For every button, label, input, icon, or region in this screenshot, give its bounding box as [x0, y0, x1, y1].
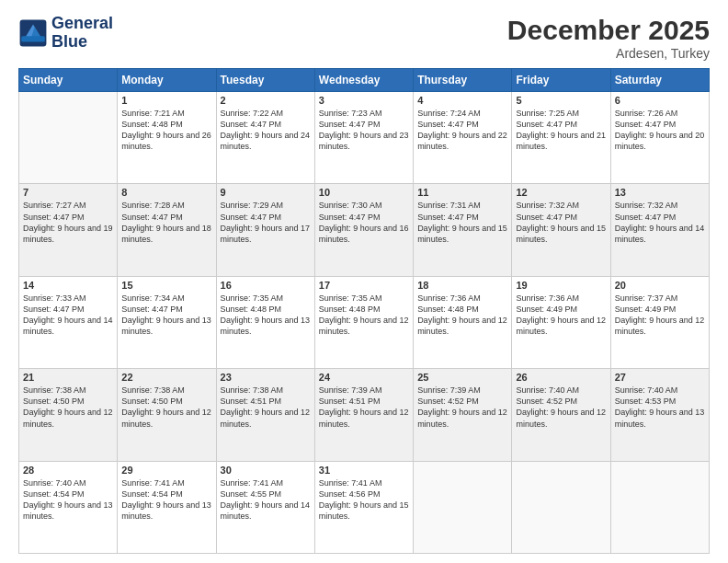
day-number: 24 [319, 372, 409, 383]
day-number: 11 [417, 187, 507, 198]
calendar-cell: 25Sunrise: 7:39 AMSunset: 4:52 PMDayligh… [414, 369, 512, 461]
col-header-tuesday: Tuesday [216, 69, 314, 92]
day-number: 7 [23, 187, 113, 198]
day-number: 28 [23, 465, 113, 476]
day-info: Sunrise: 7:36 AMSunset: 4:49 PMDaylight:… [516, 293, 606, 338]
day-number: 9 [221, 187, 311, 198]
day-info: Sunrise: 7:25 AMSunset: 4:47 PMDaylight:… [516, 108, 606, 153]
day-number: 14 [23, 280, 113, 291]
calendar-table: SundayMondayTuesdayWednesdayThursdayFrid… [18, 68, 710, 554]
calendar-cell [19, 92, 118, 184]
col-header-thursday: Thursday [414, 69, 512, 92]
day-info: Sunrise: 7:40 AMSunset: 4:52 PMDaylight:… [516, 385, 606, 430]
calendar-cell: 2Sunrise: 7:22 AMSunset: 4:47 PMDaylight… [216, 92, 314, 184]
day-info: Sunrise: 7:35 AMSunset: 4:48 PMDaylight:… [319, 293, 409, 338]
day-info: Sunrise: 7:32 AMSunset: 4:47 PMDaylight:… [516, 200, 606, 245]
day-info: Sunrise: 7:22 AMSunset: 4:47 PMDaylight:… [221, 108, 311, 153]
day-number: 25 [417, 372, 507, 383]
day-info: Sunrise: 7:38 AMSunset: 4:50 PMDaylight:… [23, 385, 113, 430]
col-header-wednesday: Wednesday [314, 69, 413, 92]
calendar-cell: 3Sunrise: 7:23 AMSunset: 4:47 PMDaylight… [314, 92, 413, 184]
calendar-cell: 24Sunrise: 7:39 AMSunset: 4:51 PMDayligh… [314, 369, 413, 461]
logo-icon [18, 18, 48, 48]
day-number: 13 [615, 187, 705, 198]
calendar-cell: 8Sunrise: 7:28 AMSunset: 4:47 PMDaylight… [118, 184, 216, 276]
col-header-monday: Monday [118, 69, 216, 92]
day-number: 15 [121, 280, 211, 291]
day-info: Sunrise: 7:26 AMSunset: 4:47 PMDaylight:… [615, 108, 705, 153]
calendar-cell: 19Sunrise: 7:36 AMSunset: 4:49 PMDayligh… [512, 276, 610, 368]
day-info: Sunrise: 7:28 AMSunset: 4:47 PMDaylight:… [121, 200, 211, 245]
day-number: 2 [221, 95, 311, 106]
day-info: Sunrise: 7:23 AMSunset: 4:47 PMDaylight:… [319, 108, 409, 153]
calendar-cell: 13Sunrise: 7:32 AMSunset: 4:47 PMDayligh… [610, 184, 709, 276]
calendar-cell: 21Sunrise: 7:38 AMSunset: 4:50 PMDayligh… [19, 369, 118, 461]
day-number: 21 [23, 372, 113, 383]
day-number: 22 [121, 372, 211, 383]
day-info: Sunrise: 7:27 AMSunset: 4:47 PMDaylight:… [23, 200, 113, 245]
page: General Blue December 2025 Ardesen, Turk… [0, 0, 728, 563]
day-info: Sunrise: 7:38 AMSunset: 4:51 PMDaylight:… [221, 385, 311, 430]
calendar-cell: 15Sunrise: 7:34 AMSunset: 4:47 PMDayligh… [118, 276, 216, 368]
calendar-cell: 9Sunrise: 7:29 AMSunset: 4:47 PMDaylight… [216, 184, 314, 276]
day-info: Sunrise: 7:38 AMSunset: 4:50 PMDaylight:… [121, 385, 211, 430]
day-info: Sunrise: 7:40 AMSunset: 4:54 PMDaylight:… [23, 477, 113, 523]
calendar-cell: 14Sunrise: 7:33 AMSunset: 4:47 PMDayligh… [19, 276, 118, 368]
day-info: Sunrise: 7:35 AMSunset: 4:48 PMDaylight:… [221, 293, 311, 338]
calendar-cell: 1Sunrise: 7:21 AMSunset: 4:48 PMDaylight… [118, 92, 216, 184]
svg-rect-3 [21, 36, 45, 41]
day-number: 26 [516, 372, 606, 383]
day-number: 31 [319, 465, 409, 476]
calendar-cell: 17Sunrise: 7:35 AMSunset: 4:48 PMDayligh… [314, 276, 413, 368]
col-header-friday: Friday [512, 69, 610, 92]
calendar-cell [414, 461, 512, 553]
calendar-cell: 6Sunrise: 7:26 AMSunset: 4:47 PMDaylight… [610, 92, 709, 184]
day-number: 18 [417, 280, 507, 291]
calendar-cell: 27Sunrise: 7:40 AMSunset: 4:53 PMDayligh… [610, 369, 709, 461]
day-number: 23 [221, 372, 311, 383]
calendar-week-5: 28Sunrise: 7:40 AMSunset: 4:54 PMDayligh… [19, 461, 710, 553]
day-info: Sunrise: 7:39 AMSunset: 4:52 PMDaylight:… [417, 385, 507, 430]
calendar-cell: 29Sunrise: 7:41 AMSunset: 4:54 PMDayligh… [118, 461, 216, 553]
day-number: 27 [615, 372, 705, 383]
day-info: Sunrise: 7:24 AMSunset: 4:47 PMDaylight:… [417, 108, 507, 153]
day-number: 10 [319, 187, 409, 198]
day-info: Sunrise: 7:30 AMSunset: 4:47 PMDaylight:… [319, 200, 409, 245]
logo-text: General Blue [51, 15, 113, 52]
calendar-cell: 26Sunrise: 7:40 AMSunset: 4:52 PMDayligh… [512, 369, 610, 461]
day-info: Sunrise: 7:32 AMSunset: 4:47 PMDaylight:… [615, 200, 705, 245]
day-number: 29 [121, 465, 211, 476]
day-info: Sunrise: 7:31 AMSunset: 4:47 PMDaylight:… [417, 200, 507, 245]
calendar-week-2: 7Sunrise: 7:27 AMSunset: 4:47 PMDaylight… [19, 184, 710, 276]
day-number: 6 [615, 95, 705, 106]
calendar-cell: 30Sunrise: 7:41 AMSunset: 4:55 PMDayligh… [216, 461, 314, 553]
header-row: SundayMondayTuesdayWednesdayThursdayFrid… [19, 69, 710, 92]
calendar-cell: 28Sunrise: 7:40 AMSunset: 4:54 PMDayligh… [19, 461, 118, 553]
day-number: 1 [121, 95, 211, 106]
calendar-cell [512, 461, 610, 553]
day-number: 12 [516, 187, 606, 198]
day-info: Sunrise: 7:40 AMSunset: 4:53 PMDaylight:… [615, 385, 705, 430]
calendar-cell: 22Sunrise: 7:38 AMSunset: 4:50 PMDayligh… [118, 369, 216, 461]
col-header-saturday: Saturday [610, 69, 709, 92]
day-info: Sunrise: 7:41 AMSunset: 4:54 PMDaylight:… [121, 477, 211, 523]
day-info: Sunrise: 7:34 AMSunset: 4:47 PMDaylight:… [121, 293, 211, 338]
day-number: 8 [121, 187, 211, 198]
day-info: Sunrise: 7:37 AMSunset: 4:49 PMDaylight:… [615, 293, 705, 338]
day-number: 30 [221, 465, 311, 476]
calendar-cell: 4Sunrise: 7:24 AMSunset: 4:47 PMDaylight… [414, 92, 512, 184]
day-number: 16 [221, 280, 311, 291]
calendar-cell: 16Sunrise: 7:35 AMSunset: 4:48 PMDayligh… [216, 276, 314, 368]
calendar-cell: 5Sunrise: 7:25 AMSunset: 4:47 PMDaylight… [512, 92, 610, 184]
day-number: 4 [417, 95, 507, 106]
calendar-cell: 23Sunrise: 7:38 AMSunset: 4:51 PMDayligh… [216, 369, 314, 461]
day-number: 17 [319, 280, 409, 291]
day-info: Sunrise: 7:36 AMSunset: 4:48 PMDaylight:… [417, 293, 507, 338]
calendar-cell: 12Sunrise: 7:32 AMSunset: 4:47 PMDayligh… [512, 184, 610, 276]
day-info: Sunrise: 7:41 AMSunset: 4:56 PMDaylight:… [319, 477, 409, 523]
title-section: December 2025 Ardesen, Turkey [507, 15, 710, 61]
header: General Blue December 2025 Ardesen, Turk… [18, 15, 710, 61]
calendar-cell: 11Sunrise: 7:31 AMSunset: 4:47 PMDayligh… [414, 184, 512, 276]
day-number: 5 [516, 95, 606, 106]
day-info: Sunrise: 7:29 AMSunset: 4:47 PMDaylight:… [221, 200, 311, 245]
